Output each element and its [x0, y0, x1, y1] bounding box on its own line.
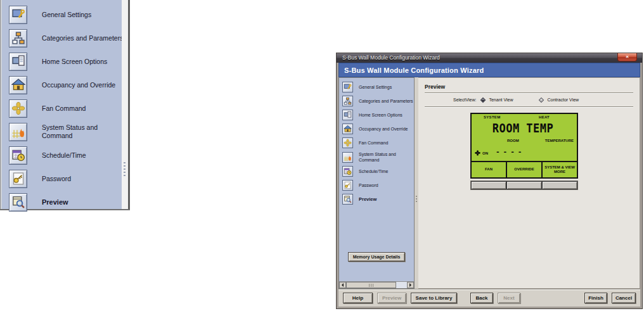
sidebar-item-label: Schedule/Time: [42, 151, 86, 159]
lcd-temperature-label: TEMPERATURE: [545, 139, 574, 143]
sidebar-item-label: General Settings: [42, 11, 91, 18]
scrollbar-track[interactable]: [346, 282, 407, 288]
sidebar-item-system-status-and-command[interactable]: System Status and Command: [342, 151, 414, 163]
sidebar-item-label: Password: [42, 175, 71, 182]
select-view-label: SelectView:: [453, 98, 476, 102]
splitter-grip-icon: [124, 162, 126, 176]
sidebar-item-label: Preview: [359, 196, 377, 202]
sidebar-item-password[interactable]: Password: [342, 180, 414, 191]
sidebar-item-categories-and-parameters[interactable]: Categories and Parameters: [9, 29, 122, 48]
finish-button[interactable]: Finish: [584, 293, 607, 303]
sidebar-item-home-screen-options[interactable]: Home Screen Options: [9, 52, 122, 71]
sidebar-item-schedule-time[interactable]: Schedule/Time: [342, 166, 414, 177]
close-icon[interactable]: ×: [617, 53, 637, 61]
back-button[interactable]: Back: [470, 293, 493, 303]
home-screen-icon: [9, 53, 27, 71]
sidebar-item-label: System Status and Command: [359, 151, 398, 163]
wizard-content: General Settings Categories and Paramete…: [338, 77, 640, 289]
lcd-room-label: ROOM: [507, 139, 519, 143]
preview-icon: [342, 194, 353, 205]
sidebar-item-general-settings[interactable]: General Settings: [342, 82, 414, 92]
sidebar-item-fan-command[interactable]: Fan Command: [9, 99, 122, 118]
wizard-dialog: S-Bus Wall Module Configuration Wizard ×…: [336, 53, 643, 309]
fan-icon: [475, 150, 480, 156]
schedule-icon: [9, 146, 27, 165]
divider: [425, 106, 633, 108]
scroll-left-icon[interactable]: [339, 282, 346, 288]
sidebar-item-occupancy-and-override[interactable]: Occupancy and Override: [342, 124, 414, 134]
sidebar-right-border: [128, 0, 130, 209]
lcd-value-dashes: ----: [496, 148, 525, 156]
schedule-icon: [342, 166, 353, 177]
lcd-softkey-row: FAN OVERRIDE SYSTEM & VIEW MORE: [472, 161, 577, 177]
radio-tenant-view[interactable]: Tenant View: [481, 98, 513, 102]
lcd-system-label: SYSTEM: [484, 115, 500, 119]
sidebar-item-label: Fan Command: [42, 105, 86, 112]
fan-icon: [9, 99, 27, 118]
preview-panel: Preview SelectView: Tenant View Contract…: [418, 77, 640, 289]
sidebar-item-system-status-and-command[interactable]: System Status and Command: [9, 122, 122, 141]
wizard-footer: Help Preview Save to Library Back Next F…: [338, 289, 640, 307]
sidebar-item-label: Occupancy and Override: [42, 81, 115, 89]
lcd-display: SYSTEM HEAT ROOM TEMP ROOM TEMPERATURE -…: [470, 113, 578, 179]
divider: [425, 92, 633, 94]
lcd-heat-label: HEAT: [539, 115, 550, 119]
scrollbar-thumb[interactable]: [346, 282, 396, 288]
hardware-button-1[interactable]: [472, 182, 506, 189]
module-hardware-buttons: [470, 181, 578, 190]
sidebar-item-general-settings[interactable]: General Settings: [9, 5, 122, 24]
hardware-button-3[interactable]: [543, 182, 577, 189]
window-title: S-Bus Wall Module Configuration Wizard: [342, 53, 440, 63]
wall-module-preview: SYSTEM HEAT ROOM TEMP ROOM TEMPERATURE -…: [470, 113, 578, 190]
sidebar-splitter[interactable]: [122, 0, 128, 209]
hardware-button-2[interactable]: [507, 182, 541, 189]
sidebar-item-label: Home Screen Options: [359, 113, 402, 117]
general-settings-icon: [342, 82, 353, 92]
sidebar-horizontal-scrollbar[interactable]: [339, 281, 414, 288]
sidebar-item-fan-command[interactable]: Fan Command: [342, 137, 414, 148]
help-button[interactable]: Help: [343, 293, 373, 303]
sidebar-item-occupancy-and-override[interactable]: Occupancy and Override: [9, 75, 122, 94]
sidebar-item-label: Home Screen Options: [42, 58, 107, 65]
wizard-sidebar-enlarged: General Settings Categories and Paramete…: [0, 0, 130, 210]
sidebar-item-label: Schedule/Time: [359, 169, 388, 174]
cancel-button[interactable]: Cancel: [612, 293, 636, 303]
lcd-fan-status: ON: [475, 150, 488, 156]
occupancy-icon: [342, 124, 353, 134]
sidebar-item-label: Categories and Parameters: [359, 99, 413, 103]
sidebar-item-label: Preview: [42, 198, 68, 206]
wizard-sidebar: General Settings Categories and Paramete…: [338, 77, 415, 289]
sidebar-item-label: Occupancy and Override: [359, 127, 408, 131]
wizard-header: S-Bus Wall Module Configuration Wizard: [338, 63, 640, 77]
sidebar-item-label: Password: [359, 183, 378, 187]
sidebar-item-categories-and-parameters[interactable]: Categories and Parameters: [342, 96, 414, 106]
next-button[interactable]: Next: [498, 293, 520, 303]
wizard-header-title: S-Bus Wall Module Configuration Wizard: [344, 67, 484, 74]
sidebar-item-label: System Status and Command: [42, 124, 113, 140]
sidebar-item-password[interactable]: Password: [9, 169, 122, 188]
sidebar-item-home-screen-options[interactable]: Home Screen Options: [342, 110, 414, 120]
window-titlebar[interactable]: S-Bus Wall Module Configuration Wizard ×: [337, 53, 642, 63]
lcd-softkey-fan: FAN: [472, 162, 506, 177]
preview-icon: [9, 193, 27, 212]
select-view-row: SelectView: Tenant View Contractor View: [453, 98, 633, 102]
save-to-library-button[interactable]: Save to Library: [411, 293, 457, 303]
sidebar-item-preview[interactable]: Preview: [342, 194, 414, 205]
categories-icon: [342, 96, 353, 106]
preview-panel-title: Preview: [425, 84, 633, 90]
memory-usage-details-button[interactable]: Memory Usage Details: [348, 252, 406, 262]
sidebar-item-schedule-time[interactable]: Schedule/Time: [9, 146, 122, 165]
system-status-icon: [9, 123, 27, 141]
preview-button[interactable]: Preview: [377, 293, 406, 303]
system-status-icon: [342, 152, 353, 163]
occupancy-icon: [9, 76, 27, 94]
categories-icon: [9, 29, 27, 48]
lcd-softkey-override: OVERRIDE: [506, 162, 541, 177]
lcd-softkey-system-view-more: SYSTEM & VIEW MORE: [541, 162, 577, 177]
radio-contractor-view[interactable]: Contractor View: [539, 98, 579, 102]
sidebar-item-preview[interactable]: Preview: [9, 193, 122, 212]
sidebar-body: General Settings Categories and Paramete…: [2, 0, 122, 209]
general-settings-icon: [9, 6, 27, 24]
splitter-grip-icon: [416, 196, 417, 202]
scroll-right-icon[interactable]: [407, 282, 414, 288]
